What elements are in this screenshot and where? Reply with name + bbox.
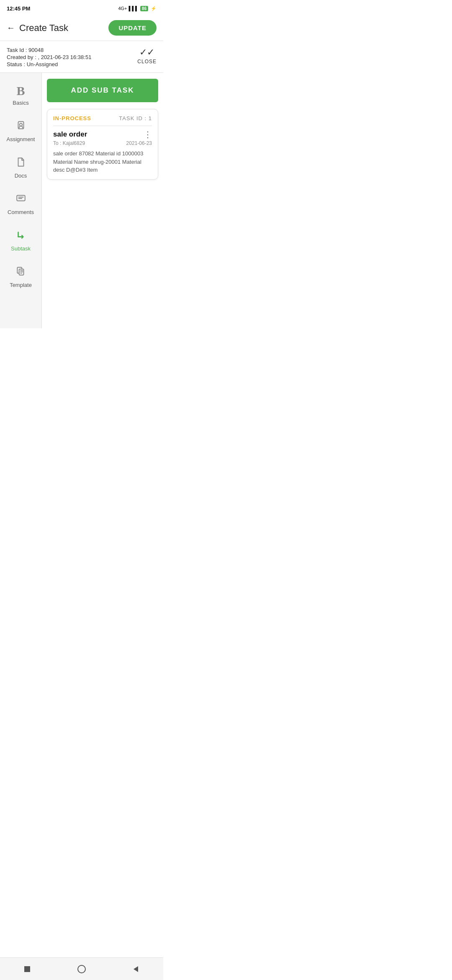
add-sub-task-button[interactable]: ADD SUB TASK [47, 79, 158, 102]
task-card-status: IN-PROCESS [53, 115, 91, 121]
template-icon [15, 266, 26, 279]
sidebar-item-basics[interactable]: B Basics [0, 77, 41, 113]
back-button[interactable]: ← [7, 23, 15, 33]
sidebar-item-docs[interactable]: Docs [0, 149, 41, 186]
header-left: ← Create Task [7, 23, 68, 34]
charging-icon: ⚡ [151, 6, 157, 11]
card-divider [53, 126, 152, 126]
battery-indicator: 86 [140, 6, 148, 11]
checkmark-icon: ✓✓ [139, 47, 154, 58]
update-button[interactable]: UPDATE [108, 20, 157, 36]
basics-label: Basics [13, 100, 28, 106]
task-card-id: TASK ID : 1 [119, 115, 152, 121]
task-status: Status : Un-Assigned [7, 61, 91, 67]
sidebar: B Basics Assignment Docs [0, 73, 42, 328]
template-label: Template [10, 282, 32, 288]
close-button[interactable]: ✓✓ CLOSE [137, 47, 157, 64]
header: ← Create Task UPDATE [0, 15, 163, 41]
assignment-label: Assignment [7, 136, 35, 142]
task-info-bar: Task Id : 90048 Created by : , 2021-06-2… [0, 41, 163, 73]
svg-rect-2 [17, 195, 25, 201]
task-options-button[interactable]: ⋮ [144, 130, 152, 139]
task-id: Task Id : 90048 [7, 47, 91, 53]
signal-icon: 4G+ [118, 6, 127, 11]
subtask-icon [15, 230, 26, 243]
task-card-header: IN-PROCESS TASK ID : 1 [53, 115, 152, 121]
created-by: Created by : , 2021-06-23 16:38:51 [7, 54, 91, 60]
sidebar-item-comments[interactable]: Comments [0, 186, 41, 222]
task-card-meta: To : Kajal6829 2021-06-23 [53, 140, 152, 146]
signal-bars: ▌▌▌ [128, 6, 138, 11]
sidebar-item-subtask[interactable]: Subtask [0, 222, 41, 258]
docs-label: Docs [15, 173, 27, 179]
main-layout: B Basics Assignment Docs [0, 73, 163, 328]
task-card-title: sale order [53, 130, 87, 139]
content-area: ADD SUB TASK IN-PROCESS TASK ID : 1 sale… [42, 73, 163, 328]
docs-icon [15, 157, 26, 170]
task-card-date: 2021-06-23 [126, 140, 152, 146]
page-title: Create Task [19, 23, 68, 34]
task-metadata: Task Id : 90048 Created by : , 2021-06-2… [7, 47, 91, 67]
status-icons: 4G+ ▌▌▌ 86 ⚡ [118, 6, 157, 11]
comments-icon [15, 193, 26, 206]
close-label: CLOSE [137, 59, 157, 64]
task-card-assignee: To : Kajal6829 [53, 140, 85, 146]
sidebar-item-assignment[interactable]: Assignment [0, 113, 41, 149]
task-card-description: sale order 87082 Material id 1000003 Mat… [53, 150, 152, 174]
subtask-label: Subtask [11, 245, 31, 252]
comments-label: Comments [8, 209, 34, 215]
task-card-title-row: sale order ⋮ [53, 130, 152, 139]
status-bar: 12:45 PM 4G+ ▌▌▌ 86 ⚡ [0, 0, 163, 15]
time-display: 12:45 PM [7, 5, 30, 12]
basics-icon: B [16, 85, 25, 97]
task-card: IN-PROCESS TASK ID : 1 sale order ⋮ To :… [47, 109, 158, 180]
assignment-icon [15, 120, 26, 134]
sidebar-item-template[interactable]: Template [0, 258, 41, 295]
